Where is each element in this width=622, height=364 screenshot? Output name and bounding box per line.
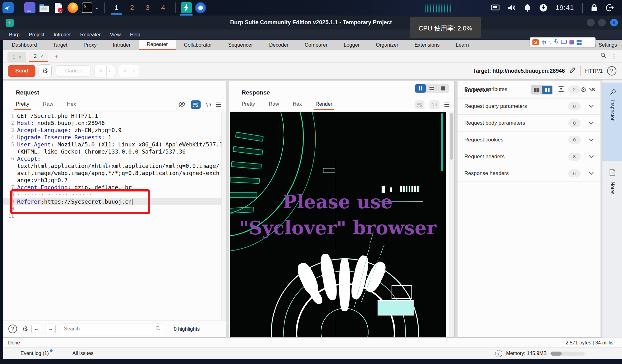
tab-collaborator[interactable]: Collaborator xyxy=(176,40,220,50)
menu-project[interactable]: Project xyxy=(24,30,49,40)
tab-organizer[interactable]: Organizer xyxy=(368,40,406,50)
response-tab-render[interactable]: Render xyxy=(315,101,332,112)
inspector-row-response-headers[interactable]: Response headers6 xyxy=(457,165,601,182)
newline-toggle-icon[interactable]: \n xyxy=(206,102,211,108)
repeater-tab-close-icon[interactable]: × xyxy=(40,54,43,59)
all-issues-button[interactable]: All issues xyxy=(72,351,94,356)
tab-proxy[interactable]: Proxy xyxy=(76,40,105,50)
volume-icon[interactable] xyxy=(508,4,516,12)
info-icon[interactable]: i xyxy=(495,350,502,357)
response-tab-pretty[interactable]: Pretty xyxy=(242,101,255,112)
search-next-button[interactable]: → xyxy=(45,324,56,334)
response-render-view[interactable]: Please use "Syclover" browser xyxy=(230,112,446,337)
text-editor-icon[interactable] xyxy=(53,2,64,13)
kebab-menu-icon[interactable]: ⋮ xyxy=(611,53,617,60)
edit-target-pencil-icon[interactable] xyxy=(569,67,576,75)
sogou-logo-icon[interactable]: S xyxy=(532,39,539,45)
repeater-tab-close-icon[interactable]: × xyxy=(19,54,21,59)
workspace-3[interactable]: 3 xyxy=(141,1,155,15)
terminal-dropdown-icon[interactable]: ⌄ xyxy=(95,5,99,11)
tab-intruder[interactable]: Intruder xyxy=(105,40,139,50)
search-icon[interactable] xyxy=(601,53,606,59)
side-tab-notes[interactable]: Notes xyxy=(602,164,622,220)
request-scrollbar[interactable] xyxy=(221,112,226,320)
forward-history-button[interactable]: >▾ xyxy=(119,65,139,77)
layout-rows-button[interactable] xyxy=(426,84,437,93)
ime-skin-icon[interactable] xyxy=(569,40,574,44)
ime-toolbar[interactable]: S 中 ’, xyxy=(530,37,596,47)
logout-icon[interactable] xyxy=(606,4,614,12)
response-tab-hex[interactable]: Hex xyxy=(293,101,302,112)
tab-logger[interactable]: Logger xyxy=(336,40,368,50)
tab-repeater[interactable]: Repeater xyxy=(139,40,176,50)
notifications-bell-icon[interactable] xyxy=(524,4,531,12)
search-help-icon[interactable]: ? xyxy=(8,325,17,333)
burp-taskbar-icon[interactable] xyxy=(181,2,192,13)
tab-extensions[interactable]: Extensions xyxy=(406,40,448,50)
tab-learn[interactable]: Learn xyxy=(448,40,477,50)
ime-keyboard-icon[interactable] xyxy=(561,39,567,45)
inspector-row-request-attributes[interactable]: Request attributes2 xyxy=(457,81,601,98)
search-input[interactable] xyxy=(61,326,156,332)
window-titlebar[interactable]: Burp Suite Community Edition v2025.1.1 -… xyxy=(0,16,622,30)
inspector-row-request-body-parameters[interactable]: Request body parameters0 xyxy=(457,115,601,131)
minimize-button[interactable] xyxy=(587,19,595,26)
tab-decoder[interactable]: Decoder xyxy=(261,40,296,50)
repeater-tab-1[interactable]: 1× xyxy=(7,52,26,62)
ime-language-icon[interactable]: 中 xyxy=(541,39,546,45)
close-button[interactable]: × xyxy=(610,19,618,26)
tab-dashboard[interactable]: Dashboard xyxy=(4,40,45,50)
workspace-4[interactable]: 4 xyxy=(156,1,170,15)
ime-mic-icon[interactable] xyxy=(554,39,558,46)
app-launcher-icon[interactable] xyxy=(24,2,35,13)
menu-intruder[interactable]: Intruder xyxy=(49,30,76,40)
lock-icon[interactable] xyxy=(591,4,598,12)
cancel-button[interactable]: Cancel xyxy=(56,65,91,77)
response-scrollbar[interactable] xyxy=(449,112,454,337)
file-manager-icon[interactable] xyxy=(39,2,50,13)
request-tab-raw[interactable]: Raw xyxy=(43,101,53,112)
chromium-icon[interactable] xyxy=(195,2,206,13)
power-manager-icon[interactable] xyxy=(539,4,547,12)
firefox-icon[interactable] xyxy=(67,2,78,13)
side-tab-inspector[interactable]: Inspector xyxy=(602,83,622,161)
layout-columns-button[interactable] xyxy=(415,84,426,93)
inspector-row-request-query-parameters[interactable]: Request query parameters0 xyxy=(457,98,601,115)
tab-settings[interactable]: ⚙ Settings xyxy=(591,40,622,50)
menu-burp[interactable]: Burp xyxy=(4,30,24,40)
layout-single-button[interactable] xyxy=(438,84,448,93)
search-settings-icon[interactable]: ⚙ xyxy=(22,325,28,332)
terminal-icon[interactable]: $_ xyxy=(81,2,93,13)
search-prev-button[interactable]: ← xyxy=(31,324,42,334)
request-tab-hex[interactable]: Hex xyxy=(67,101,76,112)
menu-repeater[interactable]: Repeater xyxy=(76,30,105,40)
workspace-1[interactable]: 1 xyxy=(110,1,123,15)
clock[interactable]: 19:41 xyxy=(555,4,574,12)
tab-target[interactable]: Target xyxy=(45,40,76,50)
hide-nonprintable-icon[interactable] xyxy=(178,101,186,108)
menu-help[interactable]: Help xyxy=(125,30,145,40)
request-tab-pretty[interactable]: Pretty xyxy=(16,101,29,112)
newline-toggle-icon[interactable]: \n xyxy=(429,100,439,109)
ime-more-icon[interactable] xyxy=(577,40,582,45)
kali-menu-icon[interactable] xyxy=(2,2,14,13)
maximize-button[interactable] xyxy=(598,19,606,26)
inspector-row-request-cookies[interactable]: Request cookies0 xyxy=(457,131,601,148)
add-repeater-tab-button[interactable]: + xyxy=(50,52,62,62)
help-icon[interactable]: ? xyxy=(607,66,616,76)
request-editor[interactable]: 1GET /Secret.php HTTP/1.12Host: node5.bu… xyxy=(3,112,222,320)
scrollbar-thumb[interactable] xyxy=(450,113,453,160)
http-version-selector[interactable]: HTTP/1 xyxy=(585,68,603,74)
editor-menu-icon[interactable] xyxy=(216,103,221,107)
back-history-button[interactable]: <▾ xyxy=(95,65,115,77)
send-button[interactable]: Send xyxy=(8,65,35,77)
event-log-button[interactable]: Event log (1) xyxy=(21,351,49,356)
tab-sequencer[interactable]: Sequencer xyxy=(220,40,261,50)
response-tab-raw[interactable]: Raw xyxy=(269,101,279,112)
word-wrap-toggle-icon[interactable] xyxy=(191,100,201,109)
repeater-tab-2[interactable]: 2× xyxy=(29,52,48,62)
request-settings-button[interactable]: ⚙ xyxy=(39,64,52,77)
word-wrap-toggle-icon[interactable] xyxy=(415,100,425,109)
menu-view[interactable]: View xyxy=(105,30,125,40)
display-icon[interactable] xyxy=(491,4,499,11)
